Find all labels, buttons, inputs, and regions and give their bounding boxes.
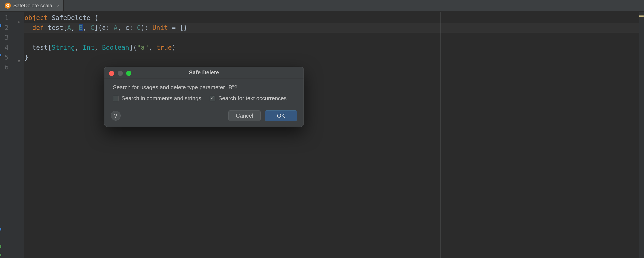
editor-split-divider[interactable] xyxy=(440,12,440,258)
checkbox-text-occurrences[interactable]: Search for text occurrences xyxy=(210,95,286,102)
window-maximize-icon[interactable] xyxy=(126,71,132,76)
code-line[interactable]: test[String, Int, Boolean]("a", true) xyxy=(24,43,644,52)
gutter-mark xyxy=(0,54,1,56)
dialog-footer: ? Cancel OK xyxy=(104,108,304,127)
window-close-icon[interactable] xyxy=(109,71,114,76)
fold-column: ⊟⊟ xyxy=(17,13,24,258)
cancel-button[interactable]: Cancel xyxy=(228,110,260,121)
fold-icon[interactable]: ⊟ xyxy=(17,56,22,61)
fold-icon[interactable]: ⊟ xyxy=(17,17,22,21)
safe-delete-dialog: Safe Delete Search for usages and delete… xyxy=(104,67,304,127)
gutter-mark xyxy=(0,254,1,256)
ok-button[interactable]: OK xyxy=(265,110,297,121)
tab-file[interactable]: O SafeDelete.scala × xyxy=(0,0,64,11)
gutter-marks xyxy=(0,13,1,258)
line-number: 3 xyxy=(1,33,8,43)
line-number: 2 xyxy=(1,23,8,33)
dialog-title: Safe Delete xyxy=(104,69,304,76)
scala-file-icon: O xyxy=(5,3,11,9)
error-stripe-mark[interactable] xyxy=(639,16,644,17)
gutter-mark xyxy=(0,245,1,248)
help-button[interactable]: ? xyxy=(111,111,121,121)
code-line[interactable]: } xyxy=(24,52,644,62)
dialog-titlebar: Safe Delete xyxy=(104,67,304,78)
code-area[interactable]: object SafeDelete { def test[A, B, C](a:… xyxy=(24,12,644,258)
window-controls xyxy=(109,71,132,76)
window-minimize-icon[interactable] xyxy=(118,71,123,76)
gutter-mark xyxy=(0,24,1,27)
editor[interactable]: 123456 ⊟⊟ object SafeDelete { def test[A… xyxy=(0,12,644,258)
dialog-body: Search for usages and delete type parame… xyxy=(104,78,304,108)
checkbox-text-occurrences-label: Search for text occurrences xyxy=(218,95,286,102)
tab-bar: O SafeDelete.scala × xyxy=(0,0,644,12)
code-line[interactable]: def test[A, B, C](a: A, c: C): Unit = {} xyxy=(24,23,644,33)
code-line[interactable] xyxy=(24,33,644,43)
tab-filename: SafeDelete.scala xyxy=(13,3,52,9)
line-number: 1 xyxy=(1,13,8,23)
line-number: 4 xyxy=(1,43,8,52)
checkbox-text-occurrences-input[interactable] xyxy=(210,96,215,101)
checkbox-comments-strings-input[interactable] xyxy=(113,96,118,101)
line-number: 5 xyxy=(1,52,8,62)
error-stripe[interactable] xyxy=(639,12,644,258)
gutter-mark xyxy=(0,228,1,230)
code-line[interactable]: object SafeDelete { xyxy=(24,13,644,23)
checkbox-comments-strings[interactable]: Search in comments and strings xyxy=(113,95,201,102)
checkbox-comments-strings-label: Search in comments and strings xyxy=(122,95,201,102)
dialog-message: Search for usages and delete type parame… xyxy=(113,84,295,91)
line-numbers: 123456 xyxy=(1,13,17,258)
gutter: 123456 ⊟⊟ xyxy=(0,12,24,258)
close-icon[interactable]: × xyxy=(57,3,60,8)
line-number: 6 xyxy=(1,62,8,72)
dialog-options-row: Search in comments and strings Search fo… xyxy=(113,95,295,102)
